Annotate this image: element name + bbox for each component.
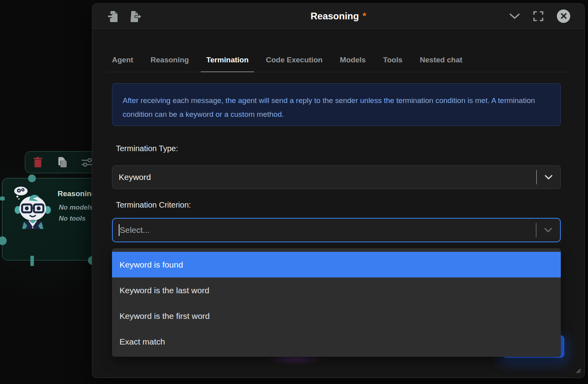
menu-option-keyword-first[interactable]: Keyword is the first word — [112, 303, 561, 329]
close-icon — [561, 13, 567, 19]
copy-node-button[interactable] — [57, 156, 68, 168]
agent-node-reasoning[interactable]: Reasoning No models No tools — [2, 178, 105, 260]
trash-icon — [33, 157, 43, 168]
required-marker: * — [362, 11, 366, 22]
connection-handle-left-bottom[interactable] — [0, 236, 7, 245]
delete-node-button[interactable] — [32, 156, 43, 168]
modal-header-left — [92, 10, 142, 22]
agent-node-tools-text: No tools — [59, 215, 86, 223]
termination-criterion-label: Termination Criterion: — [116, 200, 191, 210]
close-button[interactable] — [557, 9, 570, 23]
copy-icon — [57, 156, 68, 168]
node-settings-button[interactable] — [81, 156, 93, 168]
termination-criterion-placeholder: Select... — [120, 225, 150, 235]
robot-avatar — [11, 185, 51, 229]
tab-tools[interactable]: Tools — [377, 48, 408, 72]
node-toolbar — [25, 151, 101, 173]
export-button[interactable] — [130, 10, 142, 22]
maximize-icon — [533, 11, 543, 21]
collapse-button[interactable] — [510, 13, 520, 19]
modal-header: Reasoning * — [92, 4, 584, 29]
fullscreen-button[interactable] — [533, 11, 543, 21]
agent-node-models-text: No models — [59, 204, 93, 212]
tab-code-execution[interactable]: Code Execution — [260, 48, 328, 72]
tab-nested-chat[interactable]: Nested chat — [414, 48, 468, 72]
modal-header-right — [510, 9, 584, 23]
modal-title: Reasoning — [310, 11, 359, 22]
resize-handle[interactable] — [575, 367, 581, 375]
dropdown-chevron[interactable] — [536, 228, 560, 232]
text-cursor — [119, 224, 119, 236]
select-indicators — [536, 166, 560, 189]
resize-grip-icon — [575, 367, 581, 374]
tab-termination[interactable]: Termination — [201, 48, 254, 72]
tab-models[interactable]: Models — [334, 48, 371, 72]
tab-agent[interactable]: Agent — [106, 48, 139, 72]
menu-option-keyword-found[interactable]: Keyword is found — [112, 252, 561, 277]
termination-criterion-menu: Keyword is found Keyword is the last wor… — [112, 248, 561, 357]
select-indicators — [536, 219, 560, 242]
connection-handle-left[interactable] — [0, 197, 5, 200]
connection-handle-top[interactable] — [28, 174, 36, 182]
termination-type-select[interactable]: Keyword — [112, 165, 561, 189]
connection-handle-bottom[interactable] — [30, 256, 34, 266]
export-icon — [130, 10, 142, 22]
modal-tabs: Agent Reasoning Termination Code Executi… — [106, 48, 570, 72]
import-button[interactable] — [108, 10, 119, 22]
termination-criterion-select[interactable]: Select... — [112, 218, 561, 242]
menu-option-keyword-last[interactable]: Keyword is the last word — [112, 277, 561, 303]
termination-type-value: Keyword — [112, 172, 151, 182]
termination-info-box: After receiving each message, the agent … — [112, 83, 561, 126]
chevron-down-icon — [544, 228, 552, 232]
tab-reasoning[interactable]: Reasoning — [145, 48, 194, 72]
agent-settings-modal: Reasoning * — [92, 3, 585, 378]
settings-sliders-icon — [81, 157, 93, 168]
chevron-down-icon — [545, 175, 553, 180]
dropdown-chevron[interactable] — [537, 175, 560, 180]
termination-type-label: Termination Type: — [116, 144, 178, 153]
import-icon — [108, 10, 119, 22]
menu-option-exact-match[interactable]: Exact match — [112, 329, 561, 354]
chevron-down-icon — [510, 13, 520, 19]
